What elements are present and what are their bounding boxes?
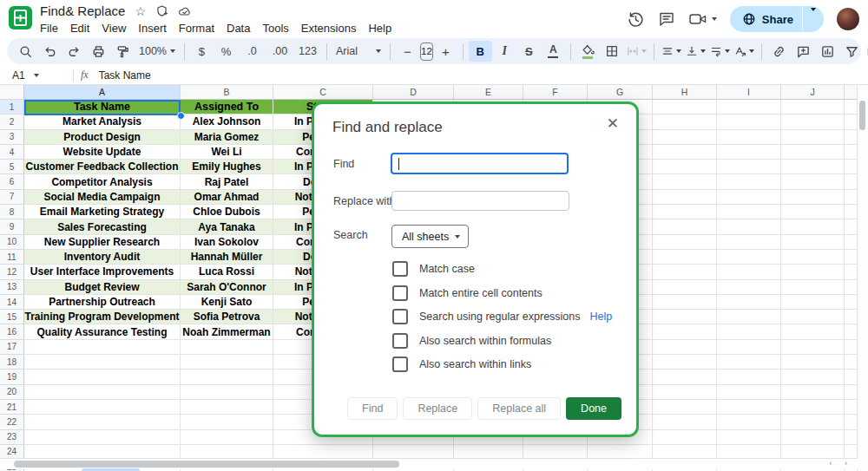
borders-button[interactable] bbox=[601, 41, 624, 62]
cell[interactable]: Hannah Müller bbox=[181, 250, 273, 265]
cell[interactable]: Sales Forecasting bbox=[24, 219, 181, 234]
cell[interactable] bbox=[653, 295, 717, 310]
document-status-cloud-icon[interactable] bbox=[178, 5, 192, 17]
cell[interactable] bbox=[845, 174, 858, 189]
menu-view[interactable]: View bbox=[95, 21, 132, 36]
cell[interactable] bbox=[24, 415, 181, 429]
table-tools-button[interactable] bbox=[865, 41, 868, 62]
checkbox-unchecked[interactable] bbox=[392, 309, 408, 324]
cell[interactable]: Website Update bbox=[24, 145, 181, 160]
vertical-align-button[interactable] bbox=[684, 41, 707, 62]
cell[interactable] bbox=[781, 324, 845, 339]
cell[interactable]: Customer Feedback Collection bbox=[24, 160, 181, 174]
text-rotation-button[interactable] bbox=[733, 41, 756, 62]
row-header-21[interactable]: 21 bbox=[0, 400, 24, 415]
cell[interactable] bbox=[781, 295, 845, 310]
replace-button[interactable]: Replace bbox=[403, 397, 472, 420]
row-header-20[interactable]: 20 bbox=[0, 385, 24, 400]
cell[interactable] bbox=[845, 324, 858, 339]
column-header-D[interactable]: D bbox=[373, 85, 454, 100]
cell[interactable] bbox=[781, 355, 845, 370]
row-header-12[interactable]: 12 bbox=[0, 265, 24, 279]
menu-extensions[interactable]: Extensions bbox=[295, 21, 363, 36]
cell[interactable] bbox=[181, 415, 273, 429]
cell[interactable] bbox=[781, 250, 845, 265]
sheets-logo-icon[interactable] bbox=[9, 6, 32, 29]
cell[interactable] bbox=[653, 370, 717, 384]
cell[interactable]: Product Design bbox=[24, 130, 181, 145]
cell[interactable] bbox=[845, 100, 858, 114]
formula-input[interactable]: Task Name bbox=[99, 69, 151, 82]
cell[interactable] bbox=[717, 174, 781, 189]
cell[interactable] bbox=[845, 385, 858, 400]
column-header-C[interactable]: C bbox=[273, 85, 373, 100]
share-button[interactable]: Share bbox=[730, 6, 824, 32]
cell[interactable] bbox=[653, 340, 717, 355]
cell[interactable] bbox=[845, 190, 858, 205]
column-header-A[interactable]: A bbox=[24, 85, 181, 100]
cell[interactable]: Raj Patel bbox=[181, 174, 273, 189]
increase-font-size-button[interactable]: + bbox=[434, 41, 457, 62]
cell[interactable] bbox=[717, 340, 781, 355]
paint-format-button[interactable] bbox=[111, 41, 135, 62]
cell[interactable] bbox=[845, 235, 858, 250]
cell[interactable] bbox=[845, 340, 858, 355]
cell[interactable] bbox=[24, 400, 181, 415]
star-icon[interactable]: ☆ bbox=[135, 5, 146, 17]
find-button[interactable]: Find bbox=[347, 397, 398, 420]
cell[interactable] bbox=[24, 430, 181, 445]
cell[interactable] bbox=[781, 415, 845, 429]
text-wrap-button[interactable] bbox=[708, 41, 732, 62]
column-header-B[interactable]: B bbox=[181, 85, 273, 100]
more-formats-button[interactable]: 123 bbox=[294, 41, 321, 62]
column-header-I[interactable]: I bbox=[717, 85, 781, 100]
meet-video-control[interactable] bbox=[688, 11, 717, 27]
cell[interactable] bbox=[653, 100, 717, 114]
cell[interactable] bbox=[653, 219, 717, 234]
row-header-2[interactable]: 2 bbox=[0, 114, 24, 129]
cell[interactable] bbox=[653, 160, 717, 174]
cell[interactable] bbox=[781, 385, 845, 400]
cell[interactable] bbox=[845, 219, 858, 234]
row-header-14[interactable]: 14 bbox=[0, 295, 24, 310]
cell[interactable]: Training Program Development bbox=[24, 310, 181, 324]
cell[interactable] bbox=[781, 205, 845, 219]
cell[interactable] bbox=[781, 160, 845, 174]
horizontal-scrollbar-thumb[interactable] bbox=[14, 461, 399, 468]
cell[interactable] bbox=[181, 385, 273, 400]
cell[interactable] bbox=[653, 235, 717, 250]
menu-data[interactable]: Data bbox=[220, 21, 256, 36]
row-header-1[interactable]: 1 bbox=[0, 100, 24, 114]
bold-button[interactable]: B bbox=[469, 41, 492, 62]
column-header-F[interactable]: F bbox=[523, 85, 588, 100]
cell[interactable] bbox=[717, 130, 781, 145]
cell[interactable] bbox=[653, 114, 717, 129]
document-title[interactable]: Find& Replace bbox=[40, 3, 125, 18]
cell[interactable] bbox=[781, 114, 845, 129]
cell[interactable] bbox=[781, 280, 845, 295]
cell[interactable] bbox=[845, 250, 858, 265]
cell[interactable]: Competitor Analysis bbox=[24, 174, 181, 189]
cell[interactable] bbox=[717, 430, 781, 445]
cell[interactable] bbox=[181, 430, 273, 445]
cell[interactable] bbox=[717, 205, 781, 219]
cell[interactable] bbox=[781, 100, 845, 114]
cell[interactable] bbox=[653, 400, 717, 415]
cell[interactable] bbox=[781, 190, 845, 205]
font-size-input[interactable]: 12 bbox=[420, 43, 433, 61]
checkbox-unchecked[interactable] bbox=[392, 357, 408, 372]
cell[interactable] bbox=[845, 265, 858, 279]
done-button[interactable]: Done bbox=[566, 397, 621, 420]
menu-help[interactable]: Help bbox=[362, 21, 398, 36]
regex-help-link[interactable]: Help bbox=[590, 311, 613, 323]
cell[interactable] bbox=[717, 160, 781, 174]
cell[interactable] bbox=[845, 400, 858, 415]
cell[interactable] bbox=[24, 370, 181, 384]
cell[interactable] bbox=[653, 265, 717, 279]
cell[interactable]: Social Media Campaign bbox=[24, 190, 181, 205]
menu-file[interactable]: File bbox=[34, 21, 64, 36]
cell[interactable] bbox=[24, 340, 181, 355]
row-header-8[interactable]: 8 bbox=[0, 205, 24, 219]
zoom-control[interactable]: 100% bbox=[135, 45, 179, 57]
cell[interactable]: Market Analysis bbox=[24, 114, 181, 129]
